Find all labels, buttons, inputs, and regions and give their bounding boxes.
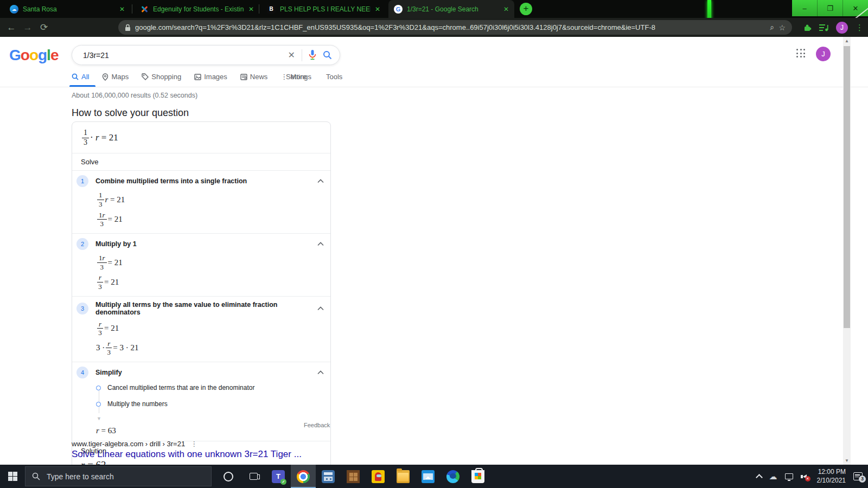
step-header[interactable]: 4Simplify (76, 367, 324, 378)
cortana-icon (224, 472, 233, 481)
teams-icon: T✓ (272, 470, 285, 483)
network-icon[interactable] (785, 473, 793, 479)
solver-step: 3Multiply all terms by the same value to… (72, 296, 330, 362)
collapse-chevron-icon[interactable] (317, 179, 324, 183)
tab-brainly[interactable]: B PLS HELP PLS I REALLY NEED IT!! ✕ (261, 0, 386, 18)
result-link[interactable]: Solve Linear equations with one unknown … (72, 449, 302, 460)
among-us-button[interactable] (366, 465, 391, 488)
teams-button[interactable]: T✓ (266, 465, 291, 488)
google-apps-grid-icon[interactable] (796, 49, 806, 59)
feedback-link[interactable]: Feedback (304, 422, 330, 428)
extension-puzzle-icon[interactable] (803, 23, 812, 32)
tab-all[interactable]: All (72, 73, 89, 81)
tab-close-icon[interactable]: ✕ (375, 5, 380, 13)
onedrive-icon[interactable]: ☁ (769, 472, 777, 481)
file-explorer-button[interactable] (391, 465, 416, 488)
tray-expand-icon[interactable] (756, 474, 763, 481)
tools-link[interactable]: Tools (326, 73, 342, 81)
close-button[interactable]: ✕ (843, 0, 868, 16)
step-title: Simplify (95, 369, 310, 376)
cortana-button[interactable] (216, 465, 241, 488)
search-input[interactable] (83, 51, 282, 60)
calculator-button[interactable] (316, 465, 341, 488)
equation: r = 63 (81, 459, 106, 465)
tab-close-icon[interactable]: ✕ (248, 5, 254, 13)
tab-close-icon[interactable]: ✕ (503, 5, 509, 13)
clear-search-icon[interactable]: ✕ (288, 50, 295, 60)
taskbar-clock[interactable]: 12:00 PM 2/10/2021 (817, 468, 846, 485)
step-number: 1 (76, 175, 88, 187)
task-view-button[interactable] (241, 465, 266, 488)
restore-button[interactable]: ❐ (817, 0, 843, 16)
collapse-chevron-icon[interactable] (317, 306, 324, 311)
result-options-icon[interactable]: ⋮ (190, 440, 198, 448)
microsoft-store-button[interactable] (465, 465, 490, 488)
equation: 1r3 = 21 (96, 254, 324, 271)
equation: 13 r = 21 (96, 191, 324, 208)
task-view-icon (250, 473, 258, 480)
voice-search-icon[interactable] (309, 50, 316, 60)
address-bar[interactable]: google.com/search?q=1%2F3r%3D21&rlz=1C1C… (118, 20, 792, 35)
brainly-favicon-icon: B (267, 5, 276, 14)
step-number: 3 (76, 303, 88, 314)
step-header[interactable]: 1Combine multiplied terms into a single … (76, 175, 324, 187)
mail-button[interactable] (416, 465, 441, 488)
edge-button[interactable] (441, 465, 465, 488)
reload-icon[interactable]: ⟳ (36, 22, 52, 33)
new-tab-button[interactable]: + (520, 3, 532, 15)
page-scrollbar[interactable]: ▲ ▼ (843, 37, 851, 465)
google-logo[interactable]: Google (9, 47, 58, 64)
tab-shopping[interactable]: Shopping (142, 73, 181, 81)
start-button[interactable] (0, 465, 25, 488)
minecraft-button[interactable] (341, 465, 366, 488)
tab-title: PLS HELP PLS I REALLY NEED IT!! (280, 5, 371, 13)
tab-news[interactable]: News (240, 73, 268, 81)
forward-icon[interactable]: → (20, 22, 36, 33)
tab-close-icon[interactable]: ✕ (119, 5, 125, 13)
action-center-icon[interactable]: 3 (853, 472, 863, 480)
search-box[interactable]: ✕ (72, 45, 340, 65)
tab-title: Santa Rosa (23, 5, 115, 13)
chrome-taskbar-button[interactable] (291, 465, 316, 488)
substep-row[interactable]: Multiply the numbers (96, 400, 324, 408)
edgenuity-favicon-icon (140, 5, 149, 14)
scrollbar-thumb[interactable] (844, 46, 850, 328)
scroll-up-icon[interactable]: ▲ (843, 37, 851, 45)
solver-steps: 1Combine multiplied terms into a single … (72, 170, 330, 441)
search-submit-icon[interactable] (323, 50, 332, 60)
browser-profile-avatar[interactable]: J (836, 22, 848, 34)
tab-images[interactable]: Images (194, 73, 227, 81)
substep-dot-icon (96, 402, 101, 407)
minimize-button[interactable]: – (792, 0, 817, 16)
collapse-chevron-icon[interactable] (317, 242, 324, 246)
equation: r3 = 21 (96, 320, 324, 337)
volume-muted-icon[interactable]: ✕ (801, 473, 809, 480)
collapse-chevron-icon[interactable] (317, 370, 324, 375)
notification-badge: 3 (859, 476, 866, 483)
zoom-page-icon[interactable]: ⌕ (770, 23, 775, 32)
bookmark-star-icon[interactable]: ☆ (778, 23, 786, 32)
tab-google-search-active[interactable]: G 1/3r=21 - Google Search ✕ (388, 0, 514, 18)
step-header[interactable]: 3Multiply all terms by the same value to… (76, 301, 324, 316)
step-title: Combine multiplied terms into a single f… (95, 177, 310, 185)
chrome-menu-icon[interactable]: ⋮ (856, 23, 864, 33)
substep-row[interactable]: Cancel multiplied terms that are in the … (96, 384, 324, 391)
images-icon (194, 74, 201, 80)
google-profile-avatar[interactable]: J (816, 47, 831, 61)
result-breadcrumb[interactable]: www.tiger-algebra.com › drill › 3r=21 (72, 440, 185, 448)
step-number: 2 (76, 238, 88, 250)
tab-maps[interactable]: Maps (102, 73, 129, 81)
nav-right: Settings Tools (286, 73, 342, 81)
reading-list-icon[interactable] (819, 24, 828, 31)
scroll-down-icon[interactable]: ▼ (843, 457, 851, 465)
back-icon[interactable]: ← (3, 22, 20, 33)
google-results-page: Google ✕ J All Maps Shopping (0, 37, 868, 465)
mail-icon (422, 470, 435, 483)
tab-edgenuity[interactable]: Edgenuity for Students - Existing ✕ (135, 0, 259, 18)
settings-link[interactable]: Settings (286, 73, 311, 81)
tab-santa-rosa[interactable]: ☁ Santa Rosa ✕ (4, 0, 130, 18)
edge-icon (446, 470, 459, 483)
taskbar-search[interactable]: Type here to search (25, 466, 212, 486)
store-icon (471, 470, 484, 483)
step-header[interactable]: 2Multiply by 1 (76, 238, 324, 250)
